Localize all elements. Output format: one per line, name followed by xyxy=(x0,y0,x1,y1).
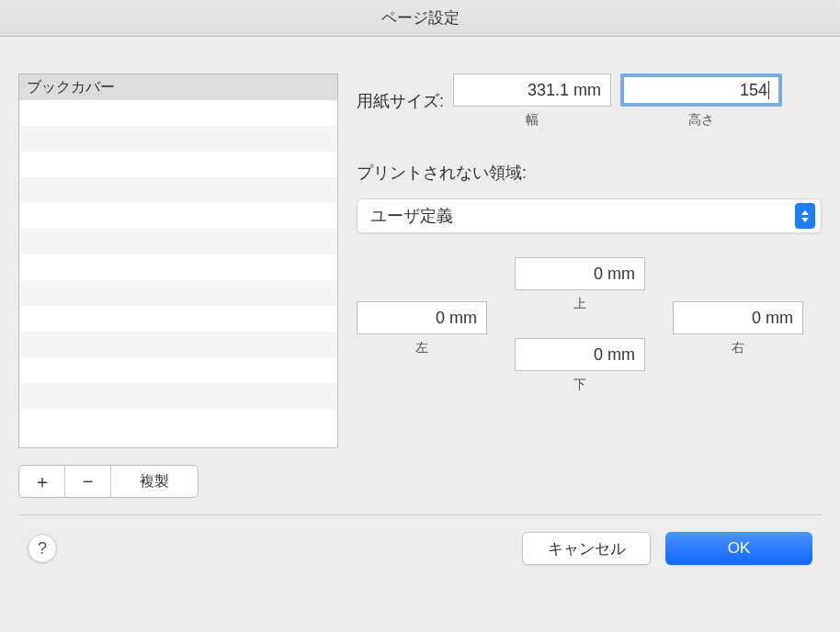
remove-button[interactable]: − xyxy=(65,466,111,497)
content-area: ブックカバー ＋ − 複製 用紙サイズ: xyxy=(0,37,840,498)
list-item[interactable] xyxy=(19,409,337,434)
height-value-text: 154 xyxy=(740,81,767,100)
footer-separator xyxy=(18,514,822,515)
margin-top-label: 上 xyxy=(515,296,645,312)
margin-bottom-label: 下 xyxy=(515,377,645,393)
duplicate-button[interactable]: 複製 xyxy=(111,466,198,497)
minus-icon: − xyxy=(83,471,94,492)
list-item[interactable] xyxy=(19,126,337,152)
width-sublabel: 幅 xyxy=(453,112,611,129)
preset-toolbar: ＋ − 複製 xyxy=(18,465,199,498)
preset-listbox[interactable]: ブックカバー xyxy=(18,73,338,448)
footer: ? キャンセル OK xyxy=(0,532,840,583)
ok-button[interactable]: OK xyxy=(665,532,812,565)
list-item[interactable] xyxy=(19,203,337,229)
list-item[interactable] xyxy=(19,332,337,357)
list-item[interactable] xyxy=(19,357,337,383)
list-item[interactable]: ブックカバー xyxy=(19,74,337,100)
list-item[interactable] xyxy=(19,254,337,280)
chevron-up-down-icon xyxy=(795,203,815,229)
width-input[interactable]: 331.1 mm xyxy=(453,73,611,107)
cancel-button[interactable]: キャンセル xyxy=(522,532,651,565)
margin-bottom-input[interactable]: 0 mm xyxy=(515,338,645,371)
right-panel: 用紙サイズ: 331.1 mm 幅 154 高さ プリントされない領域: ユーザ… xyxy=(357,73,822,498)
margins-group: 0 mm 上 0 mm 左 0 mm 右 0 mm 下 xyxy=(357,257,822,441)
list-item[interactable] xyxy=(19,152,337,177)
plus-icon: ＋ xyxy=(33,469,51,494)
margin-right-label: 右 xyxy=(673,340,803,356)
height-input[interactable]: 154 xyxy=(620,73,782,107)
list-item[interactable] xyxy=(19,383,337,409)
add-button[interactable]: ＋ xyxy=(19,466,65,497)
list-item[interactable] xyxy=(19,100,337,126)
help-button[interactable]: ? xyxy=(28,534,57,563)
margin-top-input[interactable]: 0 mm xyxy=(515,257,645,290)
question-icon: ? xyxy=(38,539,47,559)
list-item[interactable] xyxy=(19,280,337,306)
window-title: ページ設定 xyxy=(0,0,840,37)
left-panel: ブックカバー ＋ − 複製 xyxy=(18,73,338,498)
list-item[interactable] xyxy=(19,306,337,332)
text-cursor xyxy=(768,81,769,99)
non-print-label: プリントされない領域: xyxy=(357,162,822,184)
margin-left-input[interactable]: 0 mm xyxy=(357,301,487,334)
margin-right-input[interactable]: 0 mm xyxy=(673,301,803,334)
list-item[interactable] xyxy=(19,177,337,203)
paper-size-label: 用紙サイズ: xyxy=(357,90,444,112)
non-print-preset-select[interactable]: ユーザ定義 xyxy=(357,198,822,233)
height-sublabel: 高さ xyxy=(620,112,782,129)
list-item[interactable] xyxy=(19,229,337,254)
select-value: ユーザ定義 xyxy=(370,205,453,227)
margin-left-label: 左 xyxy=(357,340,487,356)
